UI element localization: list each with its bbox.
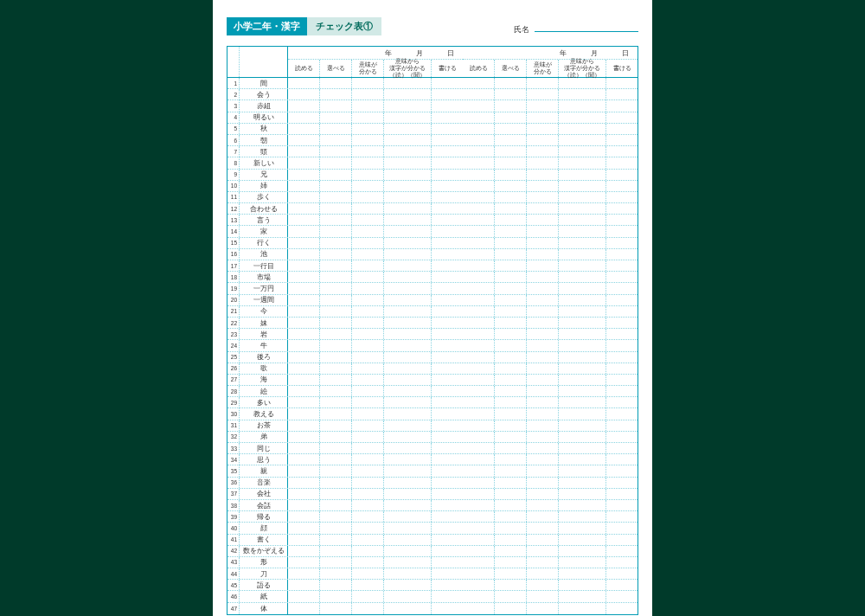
check-cell[interactable]: [352, 465, 384, 476]
check-cell[interactable]: [606, 249, 638, 260]
check-cell[interactable]: [606, 603, 638, 614]
check-cell[interactable]: [606, 443, 638, 453]
check-cell[interactable]: [320, 591, 352, 601]
check-cell[interactable]: [463, 557, 495, 568]
check-cell[interactable]: [352, 272, 384, 282]
check-cell[interactable]: [495, 523, 527, 533]
check-cell[interactable]: [559, 557, 606, 568]
check-cell[interactable]: [495, 272, 527, 282]
check-cell[interactable]: [432, 443, 463, 453]
check-cell[interactable]: [527, 408, 559, 419]
check-cell[interactable]: [288, 181, 320, 191]
check-cell[interactable]: [352, 329, 384, 339]
check-cell[interactable]: [352, 157, 384, 168]
check-cell[interactable]: [463, 454, 495, 465]
check-cell[interactable]: [606, 260, 638, 271]
check-cell[interactable]: [288, 386, 320, 396]
check-cell[interactable]: [606, 397, 638, 407]
check-cell[interactable]: [463, 432, 495, 442]
check-cell[interactable]: [288, 135, 320, 145]
check-cell[interactable]: [384, 500, 432, 510]
check-cell[interactable]: [384, 363, 432, 374]
check-cell[interactable]: [320, 295, 352, 305]
check-cell[interactable]: [463, 478, 495, 488]
check-cell[interactable]: [384, 249, 432, 260]
check-cell[interactable]: [606, 226, 638, 236]
check-cell[interactable]: [606, 408, 638, 419]
check-cell[interactable]: [384, 135, 432, 145]
date-row[interactable]: 年 月 日: [288, 47, 463, 60]
check-cell[interactable]: [320, 181, 352, 191]
check-cell[interactable]: [495, 203, 527, 214]
check-cell[interactable]: [559, 215, 606, 225]
check-cell[interactable]: [527, 203, 559, 214]
check-cell[interactable]: [432, 238, 463, 248]
check-cell[interactable]: [495, 591, 527, 601]
check-cell[interactable]: [559, 432, 606, 442]
check-cell[interactable]: [495, 568, 527, 579]
check-cell[interactable]: [432, 568, 463, 579]
check-cell[interactable]: [432, 260, 463, 271]
check-cell[interactable]: [320, 535, 352, 545]
check-cell[interactable]: [559, 454, 606, 465]
check-cell[interactable]: [384, 306, 432, 317]
check-cell[interactable]: [352, 500, 384, 510]
check-cell[interactable]: [606, 295, 638, 305]
check-cell[interactable]: [384, 557, 432, 568]
check-cell[interactable]: [463, 375, 495, 385]
check-cell[interactable]: [463, 489, 495, 499]
check-cell[interactable]: [320, 249, 352, 260]
check-cell[interactable]: [288, 170, 320, 180]
check-cell[interactable]: [559, 124, 606, 134]
check-cell[interactable]: [432, 352, 463, 363]
check-cell[interactable]: [320, 170, 352, 180]
check-cell[interactable]: [559, 260, 606, 271]
check-cell[interactable]: [606, 511, 638, 522]
check-cell[interactable]: [352, 260, 384, 271]
check-cell[interactable]: [463, 238, 495, 248]
check-cell[interactable]: [288, 432, 320, 442]
check-cell[interactable]: [320, 238, 352, 248]
check-cell[interactable]: [384, 591, 432, 601]
check-cell[interactable]: [320, 420, 352, 431]
check-cell[interactable]: [495, 260, 527, 271]
check-cell[interactable]: [463, 135, 495, 145]
check-cell[interactable]: [384, 454, 432, 465]
check-cell[interactable]: [463, 500, 495, 510]
check-cell[interactable]: [432, 124, 463, 134]
check-cell[interactable]: [320, 260, 352, 271]
check-cell[interactable]: [606, 386, 638, 396]
check-cell[interactable]: [463, 260, 495, 271]
check-cell[interactable]: [288, 283, 320, 293]
date-row[interactable]: 年 月 日: [463, 47, 638, 60]
check-cell[interactable]: [463, 157, 495, 168]
check-cell[interactable]: [384, 146, 432, 157]
check-cell[interactable]: [463, 591, 495, 601]
check-cell[interactable]: [559, 249, 606, 260]
check-cell[interactable]: [463, 420, 495, 431]
check-cell[interactable]: [527, 215, 559, 225]
check-cell[interactable]: [352, 283, 384, 293]
check-cell[interactable]: [352, 352, 384, 363]
check-cell[interactable]: [559, 318, 606, 328]
check-cell[interactable]: [606, 170, 638, 180]
check-cell[interactable]: [320, 157, 352, 168]
check-cell[interactable]: [606, 340, 638, 350]
check-cell[interactable]: [527, 397, 559, 407]
check-cell[interactable]: [352, 432, 384, 442]
check-cell[interactable]: [384, 535, 432, 545]
check-cell[interactable]: [384, 478, 432, 488]
check-cell[interactable]: [559, 135, 606, 145]
check-cell[interactable]: [495, 580, 527, 590]
check-cell[interactable]: [288, 112, 320, 123]
check-cell[interactable]: [606, 283, 638, 293]
check-cell[interactable]: [527, 192, 559, 202]
check-cell[interactable]: [606, 465, 638, 476]
check-cell[interactable]: [463, 249, 495, 260]
check-cell[interactable]: [527, 272, 559, 282]
check-cell[interactable]: [527, 420, 559, 431]
check-cell[interactable]: [527, 157, 559, 168]
check-cell[interactable]: [384, 124, 432, 134]
check-cell[interactable]: [352, 135, 384, 145]
check-cell[interactable]: [527, 557, 559, 568]
